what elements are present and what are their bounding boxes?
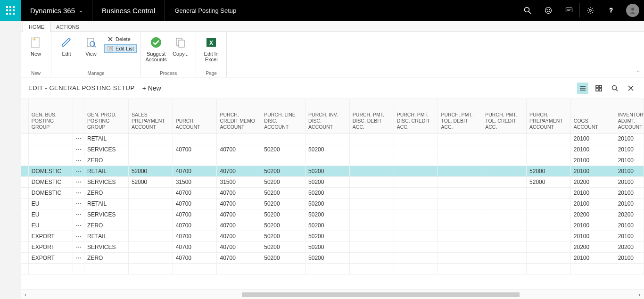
- cell[interactable]: [128, 198, 173, 209]
- cell[interactable]: [527, 241, 571, 252]
- cell[interactable]: [438, 166, 482, 176]
- chat-icon[interactable]: [559, 0, 579, 21]
- row-selector[interactable]: [21, 241, 28, 252]
- cell[interactable]: [28, 133, 73, 144]
- cell[interactable]: [28, 155, 73, 166]
- cell[interactable]: 20100: [615, 144, 644, 155]
- cell[interactable]: 50200: [305, 144, 350, 155]
- cell[interactable]: [173, 263, 217, 274]
- cell[interactable]: 50200: [261, 220, 305, 231]
- cell[interactable]: [438, 176, 482, 187]
- cell[interactable]: 20100: [570, 166, 615, 176]
- cell[interactable]: 40700: [217, 144, 261, 155]
- col-header[interactable]: PURCH. LINE DISC. ACCOUNT: [261, 99, 305, 133]
- cell[interactable]: [349, 176, 394, 187]
- cell[interactable]: [261, 155, 305, 166]
- cell[interactable]: 20200: [615, 241, 644, 252]
- table-row[interactable]: EU⋯ZERO407004070050200502002010020100: [21, 220, 644, 231]
- cell[interactable]: 40700: [217, 209, 261, 220]
- cell[interactable]: [482, 176, 527, 187]
- col-header[interactable]: INVENTORY ADJMT. ACCOUNT: [615, 99, 644, 133]
- user-avatar[interactable]: [626, 4, 639, 17]
- cell[interactable]: [349, 198, 394, 209]
- cell[interactable]: [28, 263, 73, 274]
- cell[interactable]: DOMESTIC: [28, 187, 73, 198]
- cell[interactable]: [128, 241, 173, 252]
- row-menu-icon[interactable]: ⋯: [73, 220, 84, 231]
- cell[interactable]: 20200: [570, 241, 615, 252]
- col-header[interactable]: PURCH. CREDIT MEMO ACCOUNT: [217, 99, 261, 133]
- cell[interactable]: 50200: [261, 144, 305, 155]
- edit-in-excel-button[interactable]: X Edit In Excel: [200, 34, 223, 62]
- cell[interactable]: SERVICES: [84, 241, 129, 252]
- cell[interactable]: [349, 220, 394, 231]
- cell[interactable]: [394, 155, 438, 166]
- cell[interactable]: 40700: [217, 220, 261, 231]
- cell[interactable]: [394, 166, 438, 176]
- cell[interactable]: [21, 263, 28, 274]
- cell[interactable]: 40700: [217, 166, 261, 176]
- row-selector[interactable]: [21, 252, 28, 263]
- cell[interactable]: [394, 198, 438, 209]
- cell[interactable]: [394, 241, 438, 252]
- page-new-button[interactable]: + New: [142, 84, 161, 92]
- smiley-icon[interactable]: [538, 0, 559, 21]
- row-selector[interactable]: [21, 187, 28, 198]
- cell[interactable]: [128, 220, 173, 231]
- cell[interactable]: 40700: [173, 209, 217, 220]
- cell[interactable]: 50200: [305, 231, 350, 241]
- tile-view-icon[interactable]: [593, 83, 604, 94]
- cell[interactable]: 20100: [615, 198, 644, 209]
- table-row[interactable]: EU⋯SERVICES40700407005020050200202002020…: [21, 209, 644, 220]
- cell[interactable]: 40700: [173, 231, 217, 241]
- table-row[interactable]: ⋯SERVICES407004070050200502002010020100: [21, 144, 644, 155]
- col-header[interactable]: PURCH. PMT. DISC. DEBIT ACC.: [349, 99, 394, 133]
- cell[interactable]: [438, 209, 482, 220]
- table-row[interactable]: EXPORT⋯SERVICES4070040700502005020020200…: [21, 241, 644, 252]
- cell[interactable]: [394, 231, 438, 241]
- row-selector[interactable]: [21, 220, 28, 231]
- cell[interactable]: [128, 263, 173, 274]
- cell[interactable]: 20100: [570, 220, 615, 231]
- app-launcher-icon[interactable]: [0, 0, 21, 21]
- col-header[interactable]: PURCH. PREPAYMENT ACCOUNT: [527, 99, 571, 133]
- cell[interactable]: 40700: [217, 231, 261, 241]
- cell[interactable]: [349, 166, 394, 176]
- cell[interactable]: EXPORT: [28, 252, 73, 263]
- cell[interactable]: [128, 209, 173, 220]
- cell[interactable]: [217, 133, 261, 144]
- cell[interactable]: [73, 263, 84, 274]
- list-view-icon[interactable]: [577, 83, 588, 94]
- table-row[interactable]: [21, 263, 644, 274]
- cell[interactable]: 50200: [305, 241, 350, 252]
- cell[interactable]: RETAIL: [84, 198, 129, 209]
- table-row[interactable]: EXPORT⋯RETAIL407004070050200502002010020…: [21, 231, 644, 241]
- cell[interactable]: [394, 220, 438, 231]
- cell[interactable]: [173, 133, 217, 144]
- cell[interactable]: [570, 263, 615, 274]
- cell[interactable]: 50200: [261, 252, 305, 263]
- row-menu-icon[interactable]: ⋯: [73, 176, 84, 187]
- cell[interactable]: SERVICES: [84, 176, 129, 187]
- cell[interactable]: 50200: [261, 198, 305, 209]
- cell[interactable]: 20100: [615, 166, 644, 176]
- cell[interactable]: [438, 252, 482, 263]
- cell[interactable]: 20100: [615, 176, 644, 187]
- cell[interactable]: 50200: [261, 241, 305, 252]
- cell[interactable]: [217, 155, 261, 166]
- cell[interactable]: [349, 241, 394, 252]
- cell[interactable]: DOMESTIC: [28, 166, 73, 176]
- view-button[interactable]: View: [80, 34, 102, 57]
- cell[interactable]: [305, 263, 350, 274]
- cell[interactable]: 20100: [615, 252, 644, 263]
- help-icon[interactable]: ?: [601, 0, 621, 21]
- cell[interactable]: [394, 176, 438, 187]
- cell[interactable]: [438, 133, 482, 144]
- cell[interactable]: [527, 263, 571, 274]
- edit-list-button[interactable]: Edit List: [104, 44, 137, 53]
- col-header[interactable]: PURCH. INV. DISC. ACCOUNT: [305, 99, 350, 133]
- cell[interactable]: [394, 144, 438, 155]
- row-menu-icon[interactable]: ⋯: [73, 252, 84, 263]
- col-header[interactable]: COGS ACCOUNT: [570, 99, 615, 133]
- cell[interactable]: [527, 187, 571, 198]
